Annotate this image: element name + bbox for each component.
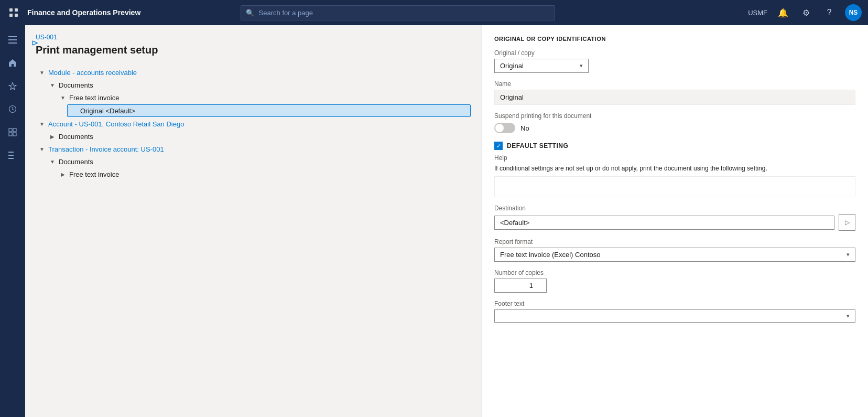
name-field: Original bbox=[494, 90, 855, 105]
label-destination: Destination bbox=[494, 205, 855, 212]
sidebar-item-menu[interactable] bbox=[2, 29, 23, 50]
svg-rect-10 bbox=[9, 133, 12, 136]
notifications-button[interactable]: 🔔 bbox=[776, 5, 790, 20]
tree-label-module: Module - accounts receivable bbox=[48, 69, 137, 77]
tree-toggle-documents2: ▶ bbox=[48, 132, 57, 141]
chevron-down-icon-report: ▾ bbox=[847, 251, 850, 258]
sidebar-item-recent[interactable] bbox=[2, 99, 23, 120]
help-button[interactable]: ? bbox=[822, 5, 837, 20]
destination-navigate-button[interactable]: ▷ bbox=[839, 214, 855, 231]
tree-item-account: ▼ Account - US-001, Contoso Retail San D… bbox=[36, 118, 471, 142]
tree-item-original-default: Original <Default> bbox=[67, 104, 471, 117]
label-suspend-printing: Suspend printing for this document bbox=[494, 112, 855, 120]
tree-toggle-documents3: ▼ bbox=[48, 157, 57, 166]
help-label: Help bbox=[494, 154, 855, 162]
dropdown-footer-text[interactable]: ▾ bbox=[494, 309, 855, 323]
grid-menu-button[interactable] bbox=[6, 5, 21, 20]
tree-root: ▼ Module - accounts receivable ▼ Documen… bbox=[36, 67, 471, 180]
tree-item-module: ▼ Module - accounts receivable ▼ Documen… bbox=[36, 67, 471, 117]
sidebar-item-modules[interactable] bbox=[2, 145, 23, 166]
tree-row-documents3[interactable]: ▼ Documents bbox=[46, 156, 471, 167]
toggle-knob bbox=[495, 124, 504, 132]
destination-row: <Default> ▷ bbox=[494, 214, 855, 231]
settings-button[interactable]: ⚙ bbox=[799, 5, 813, 20]
tree-label-account: Account - US-001, Contoso Retail San Die… bbox=[48, 120, 184, 128]
app-title: Finance and Operations Preview bbox=[27, 8, 140, 17]
tree-item-documents3: ▼ Documents ▶ Free text invoice bbox=[46, 156, 471, 180]
tree-children-documents1: ▼ Free text invoice Original <Default> bbox=[46, 92, 471, 117]
svg-rect-9 bbox=[13, 129, 16, 132]
svg-rect-4 bbox=[8, 36, 17, 37]
tree-toggle-transaction: ▼ bbox=[38, 145, 46, 153]
suspend-printing-toggle[interactable] bbox=[494, 123, 515, 133]
tree-row-account[interactable]: ▼ Account - US-001, Contoso Retail San D… bbox=[36, 118, 471, 130]
sidebar-item-favorites[interactable] bbox=[2, 76, 23, 97]
nav-right-section: USMF 🔔 ⚙ ? NS bbox=[748, 4, 862, 21]
label-footer-text: Footer text bbox=[494, 300, 855, 307]
tree-toggle-free-text2: ▶ bbox=[59, 170, 67, 178]
tree-row-transaction[interactable]: ▼ Transaction - Invoice account: US-001 bbox=[36, 143, 471, 155]
default-setting-checkbox[interactable]: ✓ bbox=[494, 142, 503, 150]
top-navigation: Finance and Operations Preview 🔍 USMF 🔔 … bbox=[0, 0, 868, 25]
svg-rect-6 bbox=[8, 42, 17, 44]
label-number-copies: Number of copies bbox=[494, 269, 855, 276]
tree-label-transaction: Transaction - Invoice account: US-001 bbox=[48, 145, 164, 153]
svg-rect-8 bbox=[9, 129, 12, 132]
main-content: US-001 Print management setup ⊳ ▼ Module… bbox=[25, 25, 868, 417]
chevron-down-icon: ▾ bbox=[580, 62, 583, 69]
search-input[interactable] bbox=[241, 5, 555, 20]
search-container: 🔍 bbox=[241, 5, 555, 20]
tree-toggle-account: ▼ bbox=[38, 120, 46, 128]
suspend-printing-label: No bbox=[520, 124, 529, 132]
help-text: If conditional settings are not set up o… bbox=[494, 165, 855, 172]
navigate-icon: ▷ bbox=[845, 219, 850, 226]
label-name: Name bbox=[494, 80, 855, 88]
svg-rect-11 bbox=[13, 133, 16, 136]
tree-children-free-text: Original <Default> bbox=[57, 104, 471, 117]
tree-toggle-documents1: ▼ bbox=[48, 81, 57, 89]
sidebar-item-home[interactable] bbox=[2, 52, 23, 73]
tree-children-transaction: ▼ Documents ▶ Free text invoice bbox=[36, 156, 471, 180]
svg-rect-0 bbox=[9, 8, 13, 12]
search-icon: 🔍 bbox=[246, 9, 254, 17]
svg-rect-3 bbox=[15, 14, 18, 17]
dropdown-original-copy[interactable]: Original ▾ bbox=[494, 59, 589, 73]
svg-rect-5 bbox=[8, 39, 17, 40]
tree-children-documents3: ▶ Free text invoice bbox=[46, 168, 471, 180]
svg-rect-2 bbox=[9, 14, 13, 17]
tree-toggle-module: ▼ bbox=[38, 68, 46, 77]
tree-row-documents2[interactable]: ▶ Documents bbox=[46, 131, 471, 142]
dropdown-value-report-format: Free text invoice (Excel) Contoso bbox=[500, 251, 600, 259]
tree-item-documents2: ▶ Documents bbox=[46, 131, 471, 142]
chevron-down-icon-footer: ▾ bbox=[847, 313, 850, 319]
tree-toggle-original bbox=[70, 106, 78, 115]
tree-children-module: ▼ Documents ▼ Free text invoice bbox=[36, 79, 471, 117]
left-panel: US-001 Print management setup ⊳ ▼ Module… bbox=[25, 25, 481, 417]
destination-field[interactable]: <Default> bbox=[494, 216, 834, 230]
filter-icon[interactable]: ⊳ bbox=[31, 38, 38, 48]
svg-rect-14 bbox=[8, 158, 14, 159]
section-title-original-copy: ORIGINAL OR COPY IDENTIFICATION bbox=[494, 36, 855, 42]
suspend-printing-row: No bbox=[494, 123, 855, 133]
default-setting-row: ✓ DEFAULT SETTING bbox=[494, 142, 855, 150]
label-original-copy: Original / copy bbox=[494, 49, 855, 57]
svg-rect-13 bbox=[8, 155, 14, 156]
sidebar-item-workspaces[interactable] bbox=[2, 122, 23, 143]
breadcrumb: US-001 bbox=[36, 34, 471, 41]
dropdown-report-format[interactable]: Free text invoice (Excel) Contoso ▾ bbox=[494, 248, 855, 262]
checkmark-icon: ✓ bbox=[496, 143, 501, 149]
tree-row-free-text-invoice[interactable]: ▼ Free text invoice bbox=[57, 92, 471, 103]
dropdown-value-original-copy: Original bbox=[500, 62, 524, 70]
tree-row-documents1[interactable]: ▼ Documents bbox=[46, 79, 471, 91]
tree-row-original-default[interactable]: Original <Default> bbox=[67, 104, 471, 117]
default-setting-label: DEFAULT SETTING bbox=[507, 142, 568, 149]
avatar[interactable]: NS bbox=[845, 4, 862, 21]
tree-label-documents1: Documents bbox=[59, 81, 93, 89]
tree-item-transaction: ▼ Transaction - Invoice account: US-001 … bbox=[36, 143, 471, 180]
tree-label-original-default: Original <Default> bbox=[80, 107, 135, 115]
tree-label-free-text2: Free text invoice bbox=[69, 170, 119, 178]
tree-row-free-text2[interactable]: ▶ Free text invoice bbox=[57, 168, 471, 180]
page-title: Print management setup bbox=[36, 44, 471, 56]
tree-row-module[interactable]: ▼ Module - accounts receivable bbox=[36, 67, 471, 78]
number-of-copies-input[interactable] bbox=[494, 279, 547, 293]
